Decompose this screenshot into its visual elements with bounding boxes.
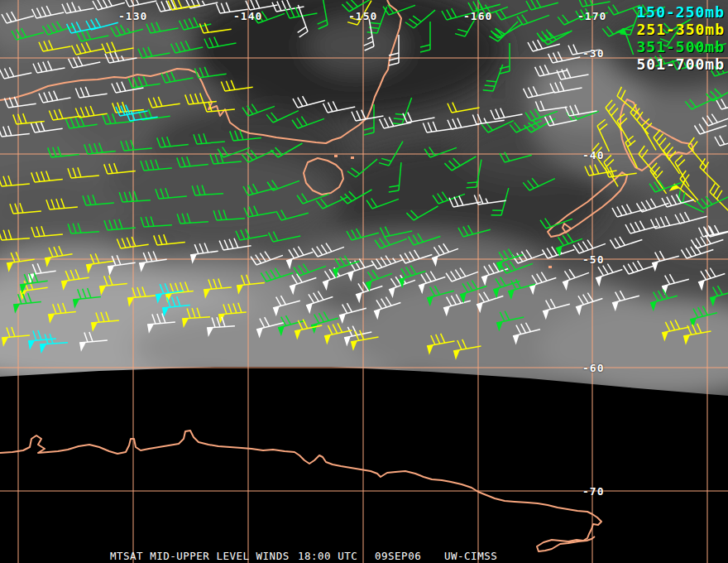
satellite-wind-map: -130-140-150-160-170-30-40-50-60-70 150-… — [0, 0, 728, 563]
caption-date: 09SEP06 — [375, 550, 421, 562]
map-svg — [0, 0, 728, 563]
legend-item-351-500mb: 351-500mb — [636, 38, 725, 55]
legend-item-150-250mb: 150-250mb — [636, 3, 725, 21]
pressure-level-legend: 150-250mb 251-350mb 351-500mb 501-700mb — [636, 3, 725, 73]
legend-item-251-350mb: 251-350mb — [636, 21, 725, 38]
caption-time: 18:00 UTC — [298, 550, 357, 562]
caption-bar: MTSAT MID-UPPER LEVEL WINDS 18:00 UTC 09… — [0, 550, 728, 563]
legend-item-501-700mb: 501-700mb — [636, 55, 725, 73]
scan-edge-black-region — [0, 367, 728, 563]
caption-title: MTSAT MID-UPPER LEVEL WINDS — [110, 550, 290, 562]
caption-source: UW-CIMSS — [444, 550, 497, 562]
